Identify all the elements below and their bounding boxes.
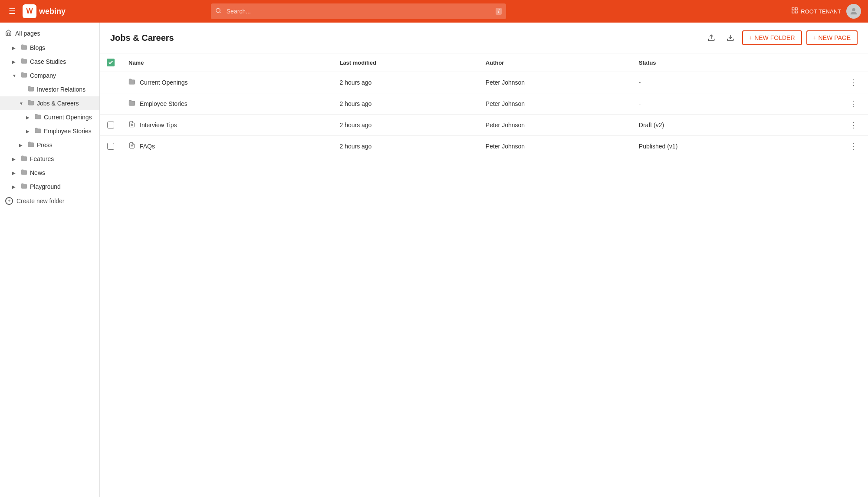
row-select-checkbox[interactable] <box>107 122 114 128</box>
pages-table-wrap: Name Last modified Author Status <box>100 53 868 157</box>
folder-icon <box>28 141 34 149</box>
table-row: FAQs 2 hours ago Peter Johnson Published… <box>100 136 868 157</box>
sidebar-item-current-openings[interactable]: ▶ Current Openings <box>0 110 99 124</box>
main-content: Jobs & Careers + NEW FOLDER + NEW PAGE <box>100 23 868 497</box>
sidebar-item-blogs[interactable]: ▶ Blogs <box>0 41 99 55</box>
row-name-cell: Current Openings <box>128 78 326 87</box>
row-status: - <box>632 93 784 115</box>
sidebar-item-jobs-careers[interactable]: ▼ Jobs & Careers <box>0 96 99 110</box>
row-author: Peter Johnson <box>479 93 632 115</box>
row-more-button[interactable]: ⋮ <box>846 99 861 109</box>
pages-table: Name Last modified Author Status <box>100 53 868 157</box>
tenant-icon <box>791 7 798 16</box>
sidebar-item-investor-relations[interactable]: ▶ Investor Relations <box>0 82 99 96</box>
content-panel: Jobs & Careers + NEW FOLDER + NEW PAGE <box>100 23 868 497</box>
row-name[interactable]: Interview Tips <box>140 122 177 128</box>
row-name-cell: Employee Stories <box>128 99 326 108</box>
row-status: Draft (v2) <box>632 115 784 136</box>
press-label: Press <box>37 142 94 148</box>
col-name-header: Name <box>122 53 332 72</box>
folder-icon <box>35 113 41 121</box>
sidebar-item-company[interactable]: ▼ Company <box>0 69 99 82</box>
sidebar: All pages ▶ Blogs ▶ Case Studies ▼ Compa… <box>0 23 100 497</box>
row-select-checkbox[interactable] <box>107 143 114 150</box>
features-label: Features <box>30 155 94 162</box>
svg-rect-2 <box>792 8 794 10</box>
search-input[interactable] <box>211 3 506 19</box>
folder-icon <box>28 86 34 93</box>
chevron-down-icon: ▼ <box>12 73 18 78</box>
sidebar-item-case-studies[interactable]: ▶ Case Studies <box>0 55 99 69</box>
employee-stories-label: Employee Stories <box>44 128 94 135</box>
folder-icon <box>28 99 34 107</box>
chevron-right-icon: ▶ <box>26 115 32 120</box>
row-name[interactable]: FAQs <box>140 143 155 150</box>
export-button[interactable] <box>704 32 719 43</box>
row-modified: 2 hours ago <box>332 72 478 93</box>
create-folder-label: Create new folder <box>16 197 65 204</box>
sidebar-item-press[interactable]: ▶ Press <box>0 138 99 152</box>
table-row: Current Openings 2 hours ago Peter Johns… <box>100 72 868 93</box>
row-more-button[interactable]: ⋮ <box>846 142 861 151</box>
chevron-right-icon: ▶ <box>12 171 18 175</box>
create-new-folder-button[interactable]: + Create new folder <box>0 194 99 208</box>
row-name-cell: FAQs <box>128 142 326 151</box>
new-page-button[interactable]: + NEW PAGE <box>806 30 858 45</box>
col-status-header: Status <box>632 53 784 72</box>
logo-w-icon: W <box>23 4 36 18</box>
chevron-right-icon: ▶ <box>12 59 18 64</box>
sidebar-item-playground[interactable]: ▶ Playground <box>0 180 99 194</box>
sidebar-item-employee-stories[interactable]: ▶ Employee Stories <box>0 124 99 138</box>
tenant-selector[interactable]: ROOT TENANT <box>791 7 841 16</box>
plus-circle-icon: + <box>5 197 13 205</box>
row-modified: 2 hours ago <box>332 93 478 115</box>
news-label: News <box>30 169 94 176</box>
current-openings-label: Current Openings <box>44 114 94 121</box>
folder-icon <box>21 169 27 177</box>
chevron-right-icon: ▶ <box>26 129 32 134</box>
folder-icon <box>128 99 135 108</box>
sidebar-item-news[interactable]: ▶ News <box>0 166 99 180</box>
select-all-checkbox[interactable] <box>107 59 115 66</box>
chevron-right-icon: ▶ <box>12 157 18 161</box>
row-author: Peter Johnson <box>479 115 632 136</box>
svg-rect-5 <box>796 11 798 13</box>
blogs-label: Blogs <box>30 44 94 51</box>
chevron-down-icon: ▼ <box>19 101 25 106</box>
row-author: Peter Johnson <box>479 72 632 93</box>
header-actions: + NEW FOLDER + NEW PAGE <box>704 30 858 45</box>
row-more-button[interactable]: ⋮ <box>846 78 861 87</box>
row-more-button[interactable]: ⋮ <box>846 120 861 130</box>
investor-relations-label: Investor Relations <box>37 86 94 93</box>
row-name-cell: Interview Tips <box>128 121 326 129</box>
row-status: - <box>632 72 784 93</box>
row-checkbox-cell[interactable] <box>107 122 115 128</box>
svg-rect-3 <box>796 8 798 10</box>
page-file-icon <box>128 121 135 129</box>
top-header: ☰ W webiny / ROOT TENANT <box>0 0 868 23</box>
user-avatar[interactable] <box>846 4 861 19</box>
playground-label: Playground <box>30 183 94 190</box>
col-modified-header: Last modified <box>332 53 478 72</box>
sidebar-all-pages[interactable]: All pages <box>0 26 99 41</box>
hamburger-menu-icon[interactable]: ☰ <box>7 5 17 18</box>
col-author-header: Author <box>479 53 632 72</box>
new-folder-button[interactable]: + NEW FOLDER <box>742 30 802 45</box>
search-bar: / <box>211 3 506 19</box>
row-modified: 2 hours ago <box>332 136 478 157</box>
all-pages-label: All pages <box>15 30 40 37</box>
table-row: Interview Tips 2 hours ago Peter Johnson… <box>100 115 868 136</box>
folder-icon <box>128 78 135 87</box>
app-logo: W webiny <box>23 4 66 18</box>
content-header: Jobs & Careers + NEW FOLDER + NEW PAGE <box>100 23 868 53</box>
svg-point-6 <box>852 8 855 11</box>
row-name[interactable]: Current Openings <box>140 79 188 86</box>
row-name[interactable]: Employee Stories <box>140 100 187 107</box>
chevron-right-icon: ▶ <box>12 184 18 189</box>
folder-icon <box>21 44 27 52</box>
import-button[interactable] <box>723 32 738 43</box>
sidebar-item-features[interactable]: ▶ Features <box>0 152 99 166</box>
folder-icon <box>21 58 27 66</box>
row-checkbox-cell[interactable] <box>107 143 115 150</box>
svg-rect-4 <box>792 11 794 13</box>
